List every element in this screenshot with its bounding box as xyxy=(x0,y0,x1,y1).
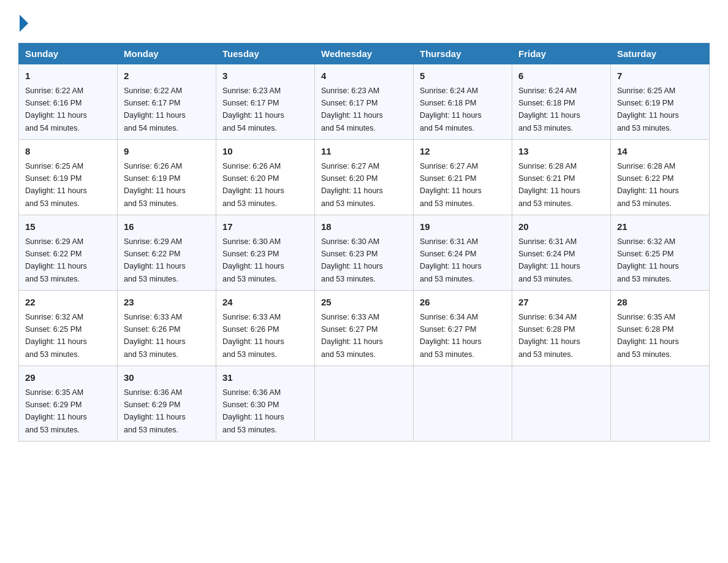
day-info: Sunrise: 6:30 AMSunset: 6:23 PMDaylight:… xyxy=(222,237,284,283)
day-number: 29 xyxy=(25,371,111,385)
calendar-day-cell: 18 Sunrise: 6:30 AMSunset: 6:23 PMDaylig… xyxy=(315,215,414,291)
calendar-day-cell: 14 Sunrise: 6:28 AMSunset: 6:22 PMDaylig… xyxy=(611,140,710,215)
day-info: Sunrise: 6:33 AMSunset: 6:26 PMDaylight:… xyxy=(222,313,284,359)
calendar-day-cell xyxy=(414,366,512,442)
day-info: Sunrise: 6:29 AMSunset: 6:22 PMDaylight:… xyxy=(25,237,87,283)
day-info: Sunrise: 6:31 AMSunset: 6:24 PMDaylight:… xyxy=(518,237,580,283)
day-number: 27 xyxy=(518,296,604,310)
day-info: Sunrise: 6:25 AMSunset: 6:19 PMDaylight:… xyxy=(25,162,87,208)
day-info: Sunrise: 6:28 AMSunset: 6:22 PMDaylight:… xyxy=(617,162,679,208)
day-info: Sunrise: 6:24 AMSunset: 6:18 PMDaylight:… xyxy=(420,86,482,132)
day-number: 21 xyxy=(617,220,703,234)
day-number: 28 xyxy=(617,296,703,310)
day-number: 20 xyxy=(518,220,604,234)
day-info: Sunrise: 6:25 AMSunset: 6:19 PMDaylight:… xyxy=(617,86,679,132)
day-number: 8 xyxy=(25,145,111,159)
calendar-day-cell: 20 Sunrise: 6:31 AMSunset: 6:24 PMDaylig… xyxy=(512,215,611,291)
calendar-day-cell xyxy=(315,366,414,442)
day-number: 17 xyxy=(222,220,308,234)
day-number: 30 xyxy=(124,371,210,385)
day-of-week-header: Sunday xyxy=(19,44,118,64)
calendar-day-cell: 1 Sunrise: 6:22 AMSunset: 6:16 PMDayligh… xyxy=(19,64,118,140)
day-number: 16 xyxy=(124,220,210,234)
day-info: Sunrise: 6:27 AMSunset: 6:21 PMDaylight:… xyxy=(420,162,482,208)
day-number: 7 xyxy=(617,69,703,83)
calendar-day-cell: 19 Sunrise: 6:31 AMSunset: 6:24 PMDaylig… xyxy=(414,215,512,291)
day-info: Sunrise: 6:30 AMSunset: 6:23 PMDaylight:… xyxy=(321,237,383,283)
calendar-day-cell: 30 Sunrise: 6:36 AMSunset: 6:29 PMDaylig… xyxy=(118,366,216,442)
calendar-week-row: 15 Sunrise: 6:29 AMSunset: 6:22 PMDaylig… xyxy=(19,215,710,291)
calendar-day-cell: 11 Sunrise: 6:27 AMSunset: 6:20 PMDaylig… xyxy=(315,140,414,215)
day-of-week-header: Tuesday xyxy=(216,44,315,64)
day-info: Sunrise: 6:29 AMSunset: 6:22 PMDaylight:… xyxy=(124,237,186,283)
day-number: 25 xyxy=(321,296,407,310)
calendar-day-cell: 10 Sunrise: 6:26 AMSunset: 6:20 PMDaylig… xyxy=(216,140,315,215)
day-number: 2 xyxy=(124,69,210,83)
day-info: Sunrise: 6:22 AMSunset: 6:17 PMDaylight:… xyxy=(124,86,186,132)
calendar-day-cell: 29 Sunrise: 6:35 AMSunset: 6:29 PMDaylig… xyxy=(19,366,118,442)
calendar-day-cell: 21 Sunrise: 6:32 AMSunset: 6:25 PMDaylig… xyxy=(611,215,710,291)
day-number: 15 xyxy=(25,220,111,234)
page-header xyxy=(18,12,710,32)
day-number: 18 xyxy=(321,220,407,234)
day-info: Sunrise: 6:36 AMSunset: 6:29 PMDaylight:… xyxy=(124,388,186,434)
calendar-day-cell: 17 Sunrise: 6:30 AMSunset: 6:23 PMDaylig… xyxy=(216,215,315,291)
calendar-day-cell: 7 Sunrise: 6:25 AMSunset: 6:19 PMDayligh… xyxy=(611,64,710,140)
day-number: 11 xyxy=(321,145,407,159)
day-info: Sunrise: 6:23 AMSunset: 6:17 PMDaylight:… xyxy=(222,86,284,132)
calendar-day-cell: 9 Sunrise: 6:26 AMSunset: 6:19 PMDayligh… xyxy=(118,140,216,215)
calendar-day-cell: 3 Sunrise: 6:23 AMSunset: 6:17 PMDayligh… xyxy=(216,64,315,140)
day-number: 26 xyxy=(420,296,506,310)
day-number: 14 xyxy=(617,145,703,159)
calendar-day-cell: 28 Sunrise: 6:35 AMSunset: 6:28 PMDaylig… xyxy=(611,291,710,366)
logo-arrow-icon xyxy=(20,15,28,32)
day-info: Sunrise: 6:35 AMSunset: 6:28 PMDaylight:… xyxy=(617,313,679,359)
calendar-day-cell: 25 Sunrise: 6:33 AMSunset: 6:27 PMDaylig… xyxy=(315,291,414,366)
calendar-day-cell: 27 Sunrise: 6:34 AMSunset: 6:28 PMDaylig… xyxy=(512,291,611,366)
calendar-day-cell: 24 Sunrise: 6:33 AMSunset: 6:26 PMDaylig… xyxy=(216,291,315,366)
calendar-week-row: 1 Sunrise: 6:22 AMSunset: 6:16 PMDayligh… xyxy=(19,64,710,140)
calendar-day-cell: 2 Sunrise: 6:22 AMSunset: 6:17 PMDayligh… xyxy=(118,64,216,140)
day-info: Sunrise: 6:26 AMSunset: 6:20 PMDaylight:… xyxy=(222,162,284,208)
calendar-table: SundayMondayTuesdayWednesdayThursdayFrid… xyxy=(18,43,710,442)
day-info: Sunrise: 6:34 AMSunset: 6:27 PMDaylight:… xyxy=(420,313,482,359)
day-info: Sunrise: 6:35 AMSunset: 6:29 PMDaylight:… xyxy=(25,388,87,434)
calendar-day-cell xyxy=(611,366,710,442)
day-number: 4 xyxy=(321,69,407,83)
calendar-day-cell: 16 Sunrise: 6:29 AMSunset: 6:22 PMDaylig… xyxy=(118,215,216,291)
calendar-day-cell: 23 Sunrise: 6:33 AMSunset: 6:26 PMDaylig… xyxy=(118,291,216,366)
day-info: Sunrise: 6:22 AMSunset: 6:16 PMDaylight:… xyxy=(25,86,87,132)
day-number: 24 xyxy=(222,296,308,310)
day-of-week-header: Wednesday xyxy=(315,44,414,64)
calendar-day-cell: 15 Sunrise: 6:29 AMSunset: 6:22 PMDaylig… xyxy=(19,215,118,291)
day-info: Sunrise: 6:32 AMSunset: 6:25 PMDaylight:… xyxy=(617,237,679,283)
day-info: Sunrise: 6:36 AMSunset: 6:30 PMDaylight:… xyxy=(222,388,284,434)
day-number: 10 xyxy=(222,145,308,159)
calendar-week-row: 8 Sunrise: 6:25 AMSunset: 6:19 PMDayligh… xyxy=(19,140,710,215)
day-info: Sunrise: 6:34 AMSunset: 6:28 PMDaylight:… xyxy=(518,313,580,359)
day-number: 23 xyxy=(124,296,210,310)
day-number: 3 xyxy=(222,69,308,83)
day-number: 9 xyxy=(124,145,210,159)
calendar-day-cell: 22 Sunrise: 6:32 AMSunset: 6:25 PMDaylig… xyxy=(19,291,118,366)
day-info: Sunrise: 6:33 AMSunset: 6:26 PMDaylight:… xyxy=(124,313,186,359)
day-number: 31 xyxy=(222,371,308,385)
day-number: 22 xyxy=(25,296,111,310)
calendar-day-cell: 8 Sunrise: 6:25 AMSunset: 6:19 PMDayligh… xyxy=(19,140,118,215)
day-number: 19 xyxy=(420,220,506,234)
logo xyxy=(18,12,28,32)
day-of-week-header: Friday xyxy=(512,44,611,64)
day-of-week-header: Saturday xyxy=(611,44,710,64)
day-number: 5 xyxy=(420,69,506,83)
day-number: 1 xyxy=(25,69,111,83)
day-info: Sunrise: 6:32 AMSunset: 6:25 PMDaylight:… xyxy=(25,313,87,359)
calendar-week-row: 29 Sunrise: 6:35 AMSunset: 6:29 PMDaylig… xyxy=(19,366,710,442)
day-info: Sunrise: 6:28 AMSunset: 6:21 PMDaylight:… xyxy=(518,162,580,208)
day-info: Sunrise: 6:31 AMSunset: 6:24 PMDaylight:… xyxy=(420,237,482,283)
calendar-day-cell: 4 Sunrise: 6:23 AMSunset: 6:17 PMDayligh… xyxy=(315,64,414,140)
day-number: 6 xyxy=(518,69,604,83)
day-info: Sunrise: 6:24 AMSunset: 6:18 PMDaylight:… xyxy=(518,86,580,132)
day-number: 13 xyxy=(518,145,604,159)
day-info: Sunrise: 6:33 AMSunset: 6:27 PMDaylight:… xyxy=(321,313,383,359)
calendar-day-cell: 5 Sunrise: 6:24 AMSunset: 6:18 PMDayligh… xyxy=(414,64,512,140)
